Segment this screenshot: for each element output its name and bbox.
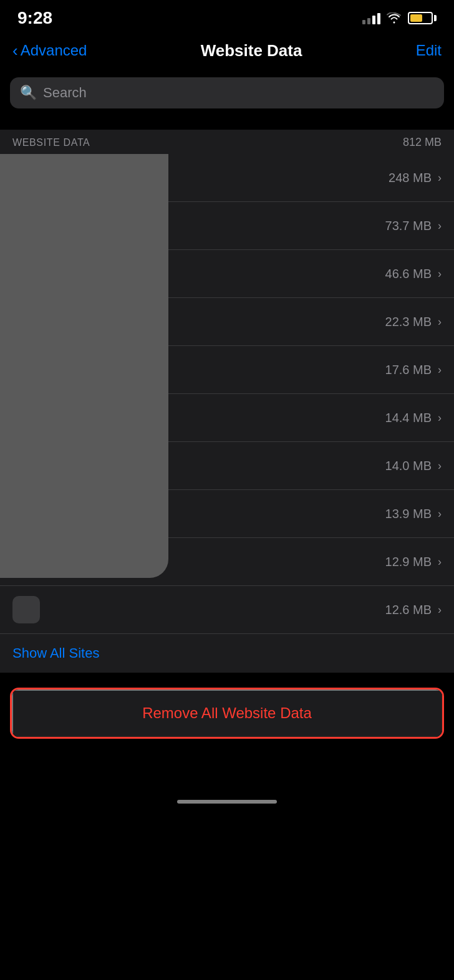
battery-icon — [408, 12, 437, 24]
chevron-right-icon: › — [438, 603, 442, 617]
remove-all-button[interactable]: Remove All Website Data — [12, 689, 442, 737]
chevron-right-icon: › — [438, 507, 442, 521]
show-all-sites-row[interactable]: Show All Sites — [0, 633, 454, 673]
site-icon — [12, 596, 40, 623]
site-size: 12.6 MB — [385, 603, 432, 617]
signal-icon — [362, 12, 380, 24]
remove-all-section: Remove All Website Data — [10, 688, 444, 739]
search-icon: 🔍 — [20, 85, 37, 101]
site-size: 14.4 MB — [385, 411, 432, 425]
section-label: WEBSITE DATA — [12, 137, 90, 148]
page-title: Website Data — [201, 41, 302, 60]
nav-bar: ‹ Advanced Website Data Edit — [0, 34, 454, 71]
list-item-right: 73.7 MB › — [385, 219, 442, 233]
website-data-header: WEBSITE DATA 812 MB — [0, 130, 454, 154]
back-button[interactable]: ‹ Advanced — [12, 41, 87, 60]
site-size: 12.9 MB — [385, 555, 432, 569]
chevron-right-icon: › — [438, 555, 442, 569]
remove-all-label: Remove All Website Data — [142, 704, 312, 722]
status-bar: 9:28 — [0, 0, 454, 34]
chevron-right-icon: › — [438, 411, 442, 425]
list-item[interactable]: 12.6 MB › — [0, 586, 454, 633]
chevron-right-icon: › — [438, 219, 442, 233]
chevron-right-icon: › — [438, 363, 442, 377]
status-icons — [362, 12, 437, 24]
list-item-right: 46.6 MB › — [385, 267, 442, 281]
list-item-right: 22.3 MB › — [385, 315, 442, 329]
site-size: 73.7 MB — [385, 219, 432, 233]
list-item-right: 14.4 MB › — [385, 411, 442, 425]
chevron-right-icon: › — [438, 315, 442, 329]
chevron-right-icon: › — [438, 459, 442, 473]
back-label: Advanced — [21, 42, 87, 59]
chevron-left-icon: ‹ — [12, 41, 18, 60]
list-item-right: 13.9 MB › — [385, 507, 442, 521]
list-item-right: 248 MB › — [389, 171, 442, 185]
website-data-list: 248 MB › 73.7 MB › 46.6 MB › — [0, 154, 454, 633]
list-item-left — [12, 596, 385, 623]
chevron-right-icon: › — [438, 171, 442, 185]
site-size: 46.6 MB — [385, 267, 432, 281]
search-container: 🔍 Search — [0, 71, 454, 117]
site-size: 17.6 MB — [385, 363, 432, 377]
chevron-right-icon: › — [438, 267, 442, 281]
list-item-right: 14.0 MB › — [385, 459, 442, 473]
site-size: 14.0 MB — [385, 459, 432, 473]
site-size: 13.9 MB — [385, 507, 432, 521]
edit-button[interactable]: Edit — [416, 42, 442, 59]
total-size: 812 MB — [403, 136, 442, 149]
show-all-sites-label: Show All Sites — [12, 645, 99, 661]
search-input[interactable]: Search — [43, 85, 87, 101]
list-item-right: 17.6 MB › — [385, 363, 442, 377]
privacy-overlay — [0, 154, 168, 578]
status-time: 9:28 — [17, 8, 52, 28]
section-divider — [0, 117, 454, 130]
site-size: 248 MB — [389, 171, 432, 185]
list-item-right: 12.6 MB › — [385, 603, 442, 617]
site-size: 22.3 MB — [385, 315, 432, 329]
list-item-right: 12.9 MB › — [385, 555, 442, 569]
home-indicator — [177, 800, 277, 804]
home-indicator-area — [0, 739, 454, 814]
search-bar[interactable]: 🔍 Search — [10, 77, 444, 108]
bottom-divider — [0, 673, 454, 688]
wifi-icon — [387, 12, 402, 24]
